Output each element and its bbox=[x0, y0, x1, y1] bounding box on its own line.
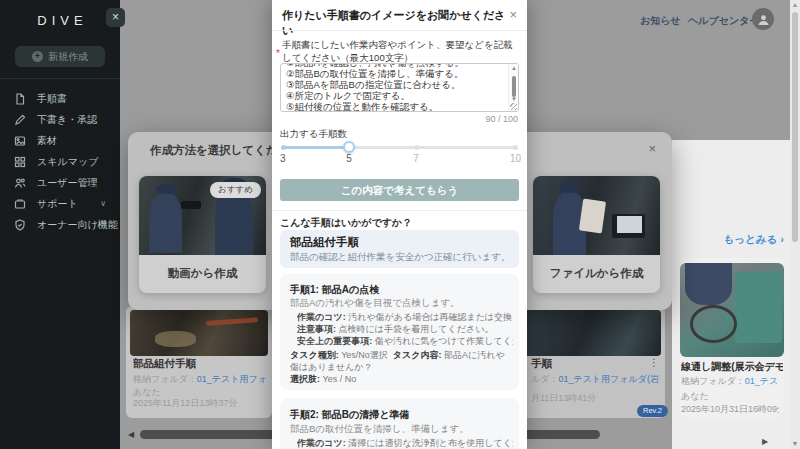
manual-card[interactable]: 部品組付手順 格納フォルダ：01_テスト用フォルダ(岩田) あなた 2025年1… bbox=[126, 306, 272, 418]
textarea-scrollbar-thumb[interactable] bbox=[512, 76, 516, 97]
manual-card-image bbox=[130, 310, 268, 356]
step-description: 部品Bの取付位置を清掃し、準備します。 bbox=[290, 423, 512, 436]
step-safety: 安全上の重要事項: 傷や汚れに気をつけて作業してください。 bbox=[297, 335, 513, 348]
sidebar-item-label: ユーザー管理 bbox=[37, 176, 97, 190]
image-icon bbox=[14, 135, 26, 147]
folder-label: ルダ： bbox=[531, 374, 558, 384]
sidebar-item-skill-map[interactable]: スキルマップ bbox=[0, 151, 120, 172]
users-icon bbox=[14, 177, 26, 189]
new-create-button[interactable]: + 新規作成 bbox=[15, 46, 105, 67]
divider bbox=[272, 210, 527, 211]
plus-icon: + bbox=[32, 51, 43, 62]
create-from-file-label: ファイルから作成 bbox=[533, 266, 660, 281]
choices-label: 選択肢: bbox=[290, 374, 320, 384]
tips-text: 清掃には適切な洗浄剤と布を使用してください。 bbox=[348, 438, 513, 448]
suggestion-heading: こんな手順はいかがですか？ bbox=[280, 216, 412, 230]
description-textarea[interactable]: ①部品Aを確認し、汚れや傷を点検する。 ②部品Bの取付位置を清掃し、準備する。 … bbox=[280, 63, 519, 112]
suggestion-description: 部品の確認と組付作業を安全かつ正確に行います。 bbox=[290, 251, 511, 264]
sidebar-item-label: 手順書 bbox=[37, 92, 67, 106]
choices-text: Yes / No bbox=[323, 374, 357, 384]
app-logo: DIVE bbox=[0, 13, 120, 28]
manual-card-image bbox=[524, 310, 661, 356]
manual-card-date: 2025年11月12日13時37分 bbox=[133, 397, 267, 410]
step-card-1: 手順1: 部品Aの点検 部品Aの汚れや傷を目視で点検します。 作業のコツ: 汚れ… bbox=[280, 274, 519, 390]
wizard-title: 作りたい手順書のイメージをお聞かせください bbox=[282, 8, 507, 38]
chevron-down-icon: ∨ bbox=[100, 199, 106, 208]
sidebar-item-manuals[interactable]: 手順書 bbox=[0, 88, 120, 109]
close-icon[interactable]: × bbox=[648, 141, 656, 156]
divider bbox=[272, 30, 527, 31]
manual-card-title: 手順 bbox=[531, 357, 552, 371]
sidebar-item-label: 素材 bbox=[37, 134, 57, 148]
revision-badge: Rev.2 bbox=[637, 405, 668, 417]
help-center-link[interactable]: ヘルプセンター bbox=[688, 14, 759, 28]
sidebar: DIVE × + 新規作成 手順書 下書き・承認 素材 スキルマップ ユーザー管… bbox=[0, 0, 120, 449]
sidebar-menu: 手順書 下書き・承認 素材 スキルマップ ユーザー管理 サポート ∨ オーナー向… bbox=[0, 88, 120, 235]
folder-link[interactable]: 01_テスト用フォル bbox=[745, 376, 779, 386]
slider-tick-labels: 3 5 7 10 bbox=[282, 153, 517, 165]
manual-card-image bbox=[680, 263, 784, 357]
tick-5: 5 bbox=[346, 153, 352, 164]
scroll-up-arrow-icon[interactable]: ▲ bbox=[791, 1, 799, 8]
step-title: 手順2: 部品Bの清掃と準備 bbox=[290, 408, 409, 422]
create-from-video-card[interactable]: おすすめ 動画から作成 bbox=[139, 176, 266, 293]
see-more-link[interactable]: もっとみる› bbox=[724, 233, 784, 247]
steps-count-label: 出力する手順数 bbox=[280, 128, 347, 141]
folder-label: 格納フォルダ： bbox=[681, 376, 745, 386]
sidebar-item-label: オーナー向け機能 bbox=[37, 218, 118, 232]
scroll-down-arrow-icon[interactable]: ▼ bbox=[791, 440, 799, 447]
chevron-right-icon: › bbox=[780, 233, 784, 245]
steps-slider[interactable] bbox=[282, 146, 517, 149]
manual-card[interactable]: 線通し調整(展示会デモ用)20 格納フォルダ：01_テスト用フォル あなた 20… bbox=[680, 258, 784, 418]
support-icon bbox=[14, 198, 26, 210]
sidebar-item-user-management[interactable]: ユーザー管理 bbox=[0, 172, 120, 193]
file-option-image bbox=[533, 176, 660, 255]
scroll-right-arrow-icon[interactable]: ▶ bbox=[762, 437, 768, 446]
step-description: 部品Aの汚れや傷を目視で点検します。 bbox=[290, 297, 512, 310]
user-avatar[interactable] bbox=[752, 8, 774, 30]
task-type: Yes/No選択 bbox=[341, 350, 388, 360]
generate-button[interactable]: この内容で考えてもらう bbox=[280, 179, 519, 201]
close-icon[interactable]: × bbox=[509, 7, 517, 22]
sidebar-item-drafts-approval[interactable]: 下書き・承認 bbox=[0, 109, 120, 130]
sidebar-item-owner-features[interactable]: オーナー向け機能 bbox=[0, 214, 120, 235]
slider-handle[interactable] bbox=[343, 141, 355, 153]
manual-card[interactable]: 手順 ⋮ ルダ：01_テスト用フォルダ(岩田) 月11日13時41分 Rev.2 bbox=[520, 306, 665, 418]
notifications-link[interactable]: お知らせ bbox=[640, 14, 681, 28]
vertical-scrollbar-thumb[interactable] bbox=[792, 12, 798, 242]
scroll-down-arrow-icon[interactable]: ▼ bbox=[509, 96, 519, 102]
grid-icon bbox=[14, 156, 26, 168]
scroll-up-arrow-icon[interactable]: ▲ bbox=[509, 65, 519, 71]
step-choices: 選択肢: Yes / No bbox=[290, 373, 512, 385]
scroll-left-arrow-icon[interactable]: ◀ bbox=[128, 430, 134, 439]
create-from-file-card[interactable]: ファイルから作成 bbox=[533, 176, 660, 293]
sidebar-item-assets[interactable]: 素材 bbox=[0, 130, 120, 151]
manual-image-wizard-modal: 作りたい手順書のイメージをお聞かせください × * 手順書にしたい作業内容やポイ… bbox=[272, 0, 527, 449]
resize-grip[interactable] bbox=[510, 103, 517, 110]
manual-card-folder: 格納フォルダ：01_テスト用フォル bbox=[681, 375, 779, 388]
more-vertical-icon[interactable]: ⋮ bbox=[649, 357, 659, 368]
folder-link[interactable]: 01_テスト用フォルダ(岩田) bbox=[558, 374, 660, 384]
tips-label: 作業のコツ: bbox=[297, 312, 346, 322]
task-type-label: タスク種別: bbox=[290, 350, 339, 360]
sidebar-item-label: 下書き・承認 bbox=[37, 113, 97, 127]
input-label: 手順書にしたい作業内容やポイント、要望などを記載してください（最大100文字） bbox=[282, 39, 520, 64]
vertical-scrollbar[interactable]: ▲ ▼ bbox=[790, 0, 800, 449]
manual-card-folder: 格納フォルダ：01_テスト用フォルダ(岩田) bbox=[133, 373, 267, 386]
step-card-2: 手順2: 部品Bの清掃と準備 部品Bの取付位置を清掃し、準備します。 作業のコツ… bbox=[280, 398, 519, 449]
folder-link[interactable]: 01_テスト用フォルダ(岩田) bbox=[197, 374, 267, 384]
sidebar-item-label: スキルマップ bbox=[37, 155, 98, 169]
tick-7: 7 bbox=[413, 153, 419, 164]
tips-label: 作業のコツ: bbox=[297, 438, 346, 448]
recommended-badge: おすすめ bbox=[210, 182, 261, 198]
sidebar-item-support[interactable]: サポート ∨ bbox=[0, 193, 120, 214]
tick-10: 10 bbox=[510, 153, 521, 164]
manual-card-date: 2025年10月31日16時09分 bbox=[681, 403, 779, 416]
manual-card-folder: ルダ：01_テスト用フォルダ(岩田) bbox=[531, 373, 660, 386]
document-icon bbox=[14, 93, 26, 105]
slider-mark-3 bbox=[281, 145, 286, 150]
safety-label: 安全上の重要事項: bbox=[297, 336, 372, 346]
slider-mark-10 bbox=[513, 145, 518, 150]
step-tips: 作業のコツ: 清掃には適切な洗浄剤と布を使用してください。 bbox=[297, 437, 513, 449]
sidebar-close-button[interactable]: × bbox=[106, 8, 125, 27]
